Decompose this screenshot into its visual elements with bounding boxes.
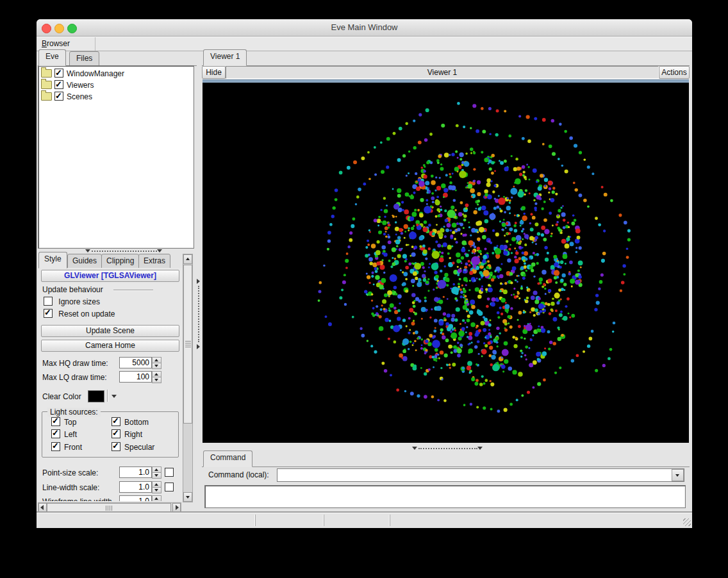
line-width-label: Line-width scale: <box>42 483 99 492</box>
max-hq-input[interactable] <box>119 357 152 368</box>
reset-on-update-option[interactable]: Reset on update <box>44 309 115 318</box>
command-dropdown-button[interactable] <box>672 469 684 481</box>
menubar: Browser Eve <box>37 37 692 51</box>
ignore-sizes-option[interactable]: Ignore sizes <box>44 297 100 306</box>
update-scene-button[interactable]: Update Scene <box>41 325 179 337</box>
light-specular-option[interactable]: Specular <box>112 442 154 452</box>
editor-vertical-scrollbar[interactable] <box>183 254 193 502</box>
swatch-divider <box>107 390 108 402</box>
wireframe-label: Wireframe line width <box>42 497 112 501</box>
actions-button[interactable]: Actions <box>659 66 690 79</box>
light-right-option[interactable]: Right <box>112 429 142 439</box>
folder-icon <box>41 92 52 101</box>
scroll-up-button[interactable] <box>183 254 192 264</box>
max-hq-label: Max HQ draw time: <box>42 359 108 368</box>
viewer-title-bar[interactable]: Viewer 1 <box>226 66 659 79</box>
point-size-checkbox[interactable] <box>165 468 174 477</box>
light-top-checkbox[interactable] <box>51 417 60 426</box>
tree-item-viewers[interactable]: Viewers <box>38 79 194 91</box>
titlebar[interactable]: Eve Main Window <box>37 19 692 37</box>
clear-color-swatch[interactable] <box>88 390 104 402</box>
style-editor-panel: GLViewer [TGLSAViewer] Update behaviour … <box>38 268 183 501</box>
update-behaviour-label: Update behaviour <box>42 285 103 294</box>
reset-on-update-checkbox[interactable] <box>44 309 53 318</box>
light-sources-group: Light sources: Top Bottom Left Right Fro… <box>42 411 179 458</box>
statusbar-section <box>390 515 689 526</box>
point-size-label: Point-size scale: <box>42 468 98 477</box>
editor-horizontal-scrollbar[interactable] <box>38 502 181 513</box>
eve-main-window: Eve Main Window Browser Eve Eve Files Wi… <box>37 19 692 528</box>
scroll-left-button[interactable] <box>38 503 47 512</box>
viewer-command-splitter[interactable] <box>202 446 690 451</box>
spin-down-button[interactable] <box>152 377 161 383</box>
light-front-option[interactable]: Front <box>51 442 82 452</box>
tree-checkbox[interactable] <box>54 69 63 78</box>
light-bottom-checkbox[interactable] <box>112 417 120 426</box>
tab-eve[interactable]: Eve <box>38 49 66 66</box>
tab-style[interactable]: Style <box>38 252 67 268</box>
statusbar <box>37 513 692 527</box>
viewer-canvas[interactable] <box>203 83 689 443</box>
folder-icon <box>41 69 52 78</box>
ignore-sizes-checkbox[interactable] <box>44 297 53 306</box>
line-width-input[interactable] <box>119 481 152 493</box>
tab-command[interactable]: Command <box>203 450 252 467</box>
light-top-option[interactable]: Top <box>51 417 76 427</box>
command-input[interactable] <box>277 469 674 480</box>
resize-grip-icon[interactable] <box>683 518 691 526</box>
command-output[interactable] <box>204 485 686 508</box>
tab-viewer-1[interactable]: Viewer 1 <box>203 49 247 66</box>
viewer-tabstrip: Viewer 1 <box>202 51 690 66</box>
max-lq-input[interactable] <box>119 371 152 383</box>
spin-up-button[interactable] <box>152 495 161 501</box>
clear-color-label: Clear Color <box>42 392 81 401</box>
scroll-thumb[interactable] <box>183 265 192 424</box>
scroll-down-button[interactable] <box>183 492 192 502</box>
camera-home-button[interactable]: Camera Home <box>41 340 179 352</box>
tree-item-scenes[interactable]: Scenes <box>38 91 194 103</box>
light-sources-label: Light sources: <box>47 408 101 417</box>
window-title: Eve Main Window <box>37 22 692 32</box>
scroll-thumb[interactable] <box>47 503 171 512</box>
editor-tabstrip: Style Guides Clipping Extras <box>38 254 181 268</box>
spin-down-button[interactable] <box>152 487 161 493</box>
glviewer-header-button[interactable]: GLViewer [TGLSAViewer] <box>41 270 179 282</box>
spin-down-button[interactable] <box>152 472 161 479</box>
command-combobox <box>277 468 684 482</box>
statusbar-section <box>324 515 389 526</box>
tree-checkbox[interactable] <box>54 92 63 101</box>
viewer-header: Hide Viewer 1 Actions <box>202 66 690 79</box>
light-front-checkbox[interactable] <box>51 442 60 451</box>
color-dropdown-icon[interactable] <box>112 395 117 398</box>
tree-item-windowmanager[interactable]: WindowManager <box>38 68 194 79</box>
tab-extras[interactable]: Extras <box>138 254 170 268</box>
statusbar-section <box>255 515 323 526</box>
max-lq-label: Max LQ draw time: <box>42 373 107 382</box>
light-specular-checkbox[interactable] <box>112 442 120 451</box>
section-divider <box>113 290 153 290</box>
scroll-right-button[interactable] <box>172 503 181 512</box>
light-bottom-option[interactable]: Bottom <box>112 417 149 427</box>
sidebar-tabstrip: Eve Files <box>38 51 197 66</box>
tab-clipping[interactable]: Clipping <box>101 254 139 268</box>
point-size-input[interactable] <box>119 467 152 478</box>
spin-down-button[interactable] <box>152 363 161 369</box>
panel-splitter[interactable] <box>195 51 202 511</box>
wireframe-input[interactable] <box>119 495 152 501</box>
menu-frame: Browser Eve <box>37 37 95 51</box>
tab-guides[interactable]: Guides <box>67 254 102 268</box>
line-width-checkbox[interactable] <box>165 483 174 491</box>
light-right-checkbox[interactable] <box>112 429 120 438</box>
eve-tree-panel: WindowManager Viewers Scenes <box>38 65 194 249</box>
menu-browser[interactable]: Browser <box>37 37 75 48</box>
folder-icon <box>41 81 52 89</box>
light-left-checkbox[interactable] <box>51 429 60 438</box>
light-left-option[interactable]: Left <box>51 429 77 439</box>
tab-files[interactable]: Files <box>69 51 99 66</box>
hide-button[interactable]: Hide <box>202 66 226 79</box>
command-tabstrip: Command <box>202 452 690 467</box>
tree-checkbox[interactable] <box>54 80 63 89</box>
statusbar-section <box>37 515 254 526</box>
command-local-label: Command (local): <box>208 470 269 479</box>
